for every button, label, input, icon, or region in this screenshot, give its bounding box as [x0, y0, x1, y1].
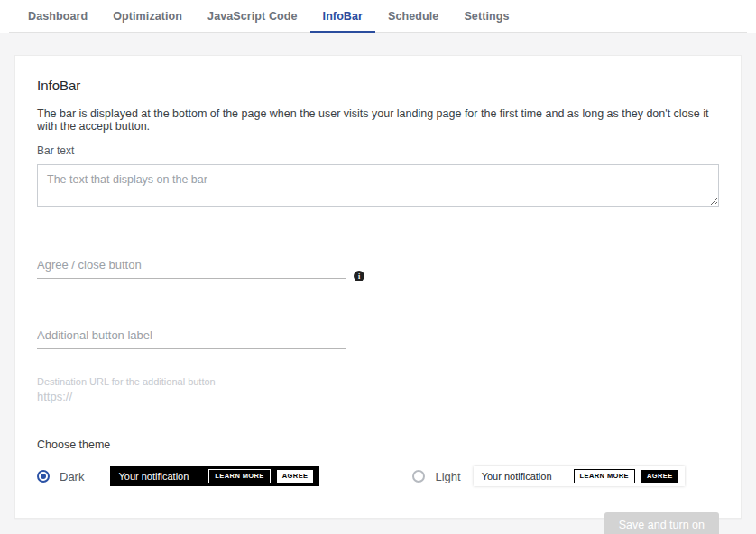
- additional-button-label-input[interactable]: [37, 325, 346, 349]
- agree-field-row: i: [37, 254, 719, 279]
- destination-url-field: Destination URL for the additional butto…: [37, 376, 346, 410]
- tab-schedule[interactable]: Schedule: [375, 0, 451, 32]
- theme-option-light[interactable]: Light Your notification LEARN MORE AGREE: [412, 466, 684, 486]
- preview-message: Your notification: [118, 471, 189, 482]
- preview-agree-button: AGREE: [641, 470, 678, 483]
- tab-bar: Dashboard Optimization JavaScript Code I…: [0, 0, 756, 33]
- bar-text-label: Bar text: [37, 144, 719, 157]
- dark-radio[interactable]: [37, 470, 50, 483]
- preview-learn-more-button: LEARN MORE: [208, 469, 270, 483]
- tab-dashboard[interactable]: Dashboard: [15, 0, 100, 32]
- destination-url-label: Destination URL for the additional butto…: [37, 376, 346, 387]
- tab-infobar[interactable]: InfoBar: [310, 0, 375, 32]
- preview-agree-button: AGREE: [277, 470, 314, 483]
- light-radio[interactable]: [412, 470, 425, 483]
- tab-bar-inner: Dashboard Optimization JavaScript Code I…: [9, 0, 747, 33]
- dark-radio-label: Dark: [60, 470, 84, 483]
- destination-url-input[interactable]: [37, 387, 346, 410]
- dark-theme-preview: Your notification LEARN MORE AGREE: [110, 466, 319, 486]
- preview-message: Your notification: [482, 471, 552, 482]
- save-and-turn-on-button[interactable]: Save and turn on: [604, 512, 719, 534]
- page-title: InfoBar: [37, 78, 719, 93]
- panel-description: The bar is displayed at the bottom of th…: [37, 107, 719, 133]
- choose-theme-label: Choose theme: [37, 438, 719, 451]
- additional-field-row: [37, 325, 719, 349]
- agree-close-button-input[interactable]: [37, 254, 346, 279]
- tab-javascript-code[interactable]: JavaScript Code: [195, 0, 309, 32]
- tab-settings[interactable]: Settings: [451, 0, 521, 32]
- save-row: Save and turn on: [37, 512, 719, 534]
- infobar-panel: InfoBar The bar is displayed at the bott…: [14, 55, 742, 519]
- theme-options-row: Dark Your notification LEARN MORE AGREE …: [37, 466, 719, 486]
- bar-text-textarea[interactable]: [37, 164, 719, 207]
- preview-learn-more-button: LEARN MORE: [574, 469, 635, 483]
- tab-optimization[interactable]: Optimization: [100, 0, 195, 32]
- info-icon[interactable]: i: [354, 271, 364, 281]
- theme-option-dark[interactable]: Dark Your notification LEARN MORE AGREE: [37, 466, 319, 486]
- light-radio-label: Light: [435, 470, 460, 483]
- light-theme-preview: Your notification LEARN MORE AGREE: [474, 466, 685, 486]
